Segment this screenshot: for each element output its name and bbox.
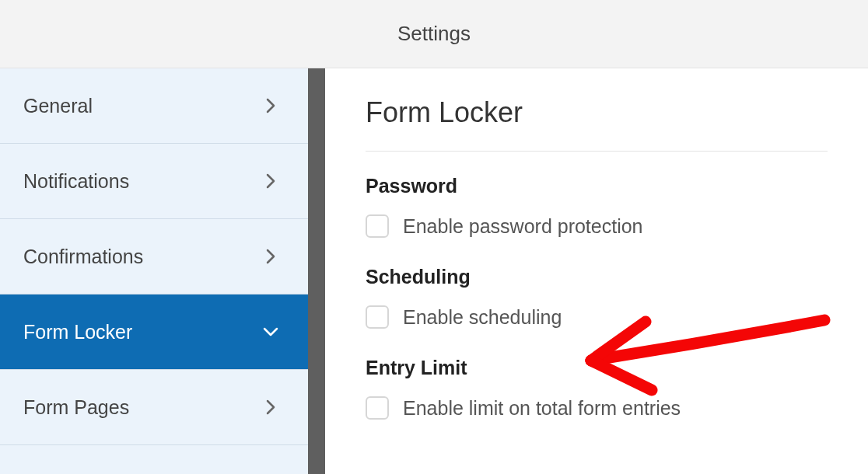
page-title: Form Locker [366,96,828,152]
enable-scheduling-checkbox[interactable] [366,305,389,329]
header-title: Settings [397,22,471,46]
sidebar-item-label: Form Pages [23,396,129,419]
sidebar-item-label: General [23,95,93,117]
chevron-right-icon [263,98,278,113]
section-password-heading: Password [366,175,828,197]
sidebar-item-confirmations[interactable]: Confirmations [0,219,308,295]
main-content: Form Locker Password Enable password pro… [325,68,868,474]
sidebar-item-label: Confirmations [23,246,143,268]
sidebar-item-notifications[interactable]: Notifications [0,144,308,219]
sidebar-item-general[interactable]: General [0,68,308,144]
checkbox-row-entry-limit: Enable limit on total form entries [366,396,828,420]
section-scheduling-heading: Scheduling [366,266,828,288]
chevron-down-icon [263,324,278,340]
sidebar-item-form-pages[interactable]: Form Pages [0,370,308,445]
checkbox-row-scheduling: Enable scheduling [366,305,828,329]
section-entry-limit-heading: Entry Limit [366,357,828,379]
enable-password-checkbox[interactable] [366,214,389,238]
page-header: Settings [0,0,868,68]
chevron-right-icon [263,399,278,415]
enable-password-label: Enable password protection [403,215,643,238]
checkbox-row-password: Enable password protection [366,214,828,238]
sidebar-item-form-locker[interactable]: Form Locker [0,295,308,370]
chevron-right-icon [263,173,278,189]
sidebar: General Notifications Confirmations Form… [0,68,308,474]
divider [308,68,325,474]
sidebar-item-label: Form Locker [23,321,132,343]
enable-scheduling-label: Enable scheduling [403,306,562,329]
chevron-right-icon [263,249,278,264]
enable-entry-limit-checkbox[interactable] [366,396,389,420]
sidebar-item-label: Notifications [23,170,129,193]
enable-entry-limit-label: Enable limit on total form entries [403,397,681,420]
